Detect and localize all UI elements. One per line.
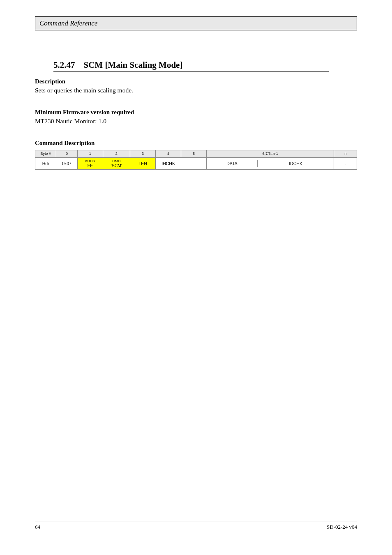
td-cmd: CMD 'SCM': [103, 157, 130, 169]
idchk-cell: IDCHK: [258, 160, 334, 167]
data-cell: DATA: [207, 160, 258, 167]
th-6n: 6,7/6..n-1: [207, 150, 334, 158]
addr-label: ADDR: [79, 159, 101, 163]
table-row: Hdr 0x07 ADDR 'FF' CMD 'SCM' LEN IHCHK: [35, 157, 357, 169]
page-footer: 64 SD-02-24 v04: [35, 521, 357, 530]
section-title-text: SCM [Main Scaling Mode]: [84, 60, 183, 70]
table-header-row: Byte # 0 1 2 3 4 5 6,7/6..n-1 n: [35, 150, 357, 158]
td-data: DATA IDCHK: [207, 157, 334, 169]
section-number: 5.2.47: [53, 60, 75, 70]
td-blank: [181, 157, 207, 169]
footer-doc: SD-02-24 v04: [327, 524, 357, 530]
td-hdr: Hdr: [35, 157, 56, 169]
th-n: n: [334, 150, 357, 158]
td-attn: 0x07: [56, 157, 77, 169]
command-table: Byte # 0 1 2 3 4 5 6,7/6..n-1 n Hdr 0x07…: [35, 150, 357, 170]
description-label: Description: [35, 78, 357, 85]
th-3: 3: [130, 150, 156, 158]
th-4: 4: [156, 150, 181, 158]
th-1: 1: [77, 150, 103, 158]
td-ihchk: IHCHK: [156, 157, 181, 169]
th-byte: Byte #: [35, 150, 56, 158]
th-5: 5: [181, 150, 207, 158]
description-text: Sets or queries the main scaling mode.: [35, 87, 357, 94]
header-title: Command Reference: [39, 19, 97, 27]
td-trailer: -: [334, 157, 357, 169]
cmd-val: 'SCM': [105, 163, 128, 168]
section-heading: 5.2.47 SCM [Main Scaling Mode]: [53, 60, 357, 72]
firmware-text: MT230 Nautic Monitor: 1.0: [35, 117, 357, 125]
addr-val: 'FF': [79, 163, 101, 168]
cmd-label: CMD: [105, 159, 128, 163]
th-2: 2: [103, 150, 130, 158]
td-addr: ADDR 'FF': [77, 157, 103, 169]
firmware-label: Minimum Firmware version required: [35, 109, 357, 116]
header-box: Command Reference: [35, 16, 357, 30]
td-len: LEN: [130, 157, 156, 169]
command-desc-label: Command Description: [35, 140, 357, 147]
th-0: 0: [56, 150, 77, 158]
footer-page: 64: [35, 524, 40, 530]
